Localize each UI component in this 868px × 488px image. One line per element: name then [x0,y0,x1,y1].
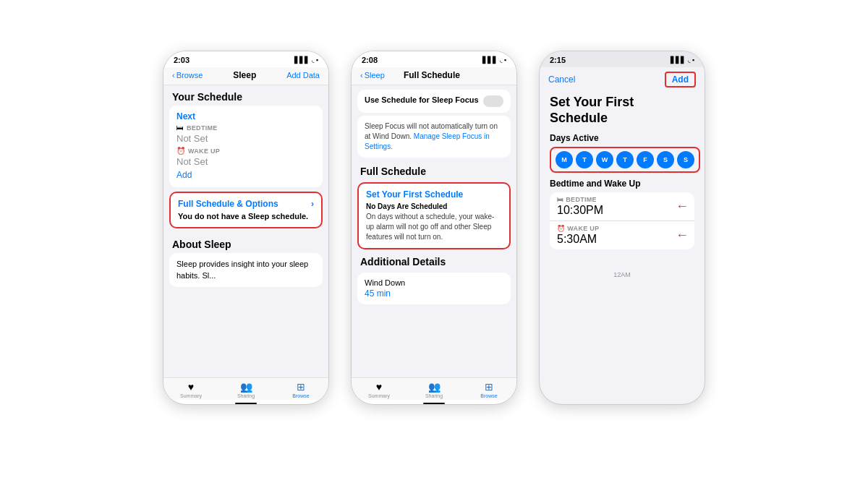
cancel-button[interactable]: Cancel [548,74,575,85]
focus-desc-card: Sleep Focus will not automatically turn … [357,116,511,158]
nav-back-2[interactable]: ‹ Sleep [360,71,385,80]
tab-summary-2[interactable]: ♥ Summary [352,381,407,398]
battery-icon-2: ▪ [504,56,506,64]
sleep-focus-toggle-row: Use Schedule for Sleep Focus [357,90,511,113]
nav-bar-1: ‹ Browse Sleep Add Data [163,67,328,85]
bed-icon-3: 🛏 [557,196,563,203]
tab-bar-2: ♥ Summary 👥 Sharing ⊞ Browse [352,377,516,400]
sleep-focus-toggle[interactable] [483,95,503,107]
wakeup-row: ⏰ WAKE UP [176,147,315,155]
schedule-desc: You do not have a Sleep schedule. [178,211,314,221]
day-wednesday[interactable]: W [596,151,613,168]
clock-label: 12AM [613,271,631,278]
tab-sharing-label-2: Sharing [425,393,443,398]
tab-sharing-1[interactable]: 👥 Sharing [218,381,273,398]
nav-title-1: Sleep [233,70,256,80]
battery-icon: ▪ [316,56,318,64]
bedtime-time-row[interactable]: 🛏 BEDTIME 10:30PM ← [550,192,694,221]
bedtime-time: 10:30PM [557,204,687,217]
tab-browse-1[interactable]: ⊞ Browse [273,381,328,398]
chevron-left-icon-2: ‹ [360,71,363,80]
set-schedule-title: Set Your First Schedule [540,90,705,130]
day-thursday[interactable]: T [616,151,634,168]
status-time-3: 2:15 [550,56,566,64]
browse-icon-2: ⊞ [485,381,493,393]
status-bar-2: 2:08 ▋▋▋ ◟ ▪ [352,51,516,67]
day-saturday[interactable]: S [657,151,674,168]
next-schedule-card: Next 🛏 BEDTIME Not Set ⏰ WAKE UP Not Set… [169,106,323,187]
add-link[interactable]: Add [176,167,315,181]
status-bar-1: 2:03 ▋▋▋ ◟ ▪ [163,51,328,67]
battery-icon-3: ▪ [692,56,694,64]
your-schedule-title: Your Schedule [163,85,328,106]
first-schedule-card[interactable]: Set Your First Schedule No Days Are Sche… [357,182,511,249]
add-data-button[interactable]: Add Data [286,71,320,80]
signal-icon-2: ▋▋▋ [482,56,498,64]
bed-icon: 🛏 [176,124,184,132]
phone2-content: Use Schedule for Sleep Focus Sleep Focus… [352,85,516,377]
wakeup-time-row[interactable]: ⏰ WAKE UP 5:30AM ← [550,221,694,249]
bedtime-row-label: 🛏 BEDTIME [557,196,687,203]
next-label: Next [176,111,315,121]
heart-icon: ♥ [188,381,194,393]
wifi-icon: ◟ [312,56,314,64]
bedtime-label: BEDTIME [187,124,218,132]
day-sunday[interactable]: S [677,151,694,168]
full-schedule-section-2: Full Schedule [352,160,516,179]
browse-icon: ⊞ [297,381,305,393]
tab-browse-label: Browse [292,393,309,398]
tab-indicator-2 [423,403,445,404]
chevron-right-icon: › [311,199,314,209]
sleep-focus-label: Use Schedule for Sleep Focus [365,95,483,104]
signal-icon-3: ▋▋▋ [671,56,686,64]
wakeup-arrow: ← [676,228,689,243]
about-sleep-card: Sleep provides insight into your sleep h… [169,253,323,287]
wifi-icon-2: ◟ [500,56,502,64]
status-icons-2: ▋▋▋ ◟ ▪ [482,56,506,64]
nav-back-1[interactable]: ‹ Browse [172,71,203,80]
tab-browse-label-2: Browse [480,393,497,398]
day-monday[interactable]: M [556,151,573,168]
phone-2: 2:08 ▋▋▋ ◟ ▪ ‹ Sleep Full Schedule Use S… [351,51,517,405]
bedtime-arrow: ← [676,199,689,214]
full-schedule-link[interactable]: Full Schedule & Options › [178,199,314,209]
bedtime-wake-card: 🛏 BEDTIME 10:30PM ← ⏰ WAKE UP 5:30AM ← [550,192,694,249]
wakeup-label: WAKE UP [188,147,220,155]
nav-title-2: Full Schedule [404,70,460,80]
status-icons-3: ▋▋▋ ◟ ▪ [671,56,694,64]
about-text: Sleep provides insight into your sleep h… [176,259,315,281]
nav-bar-2: ‹ Sleep Full Schedule [352,67,516,85]
day-friday[interactable]: F [637,151,654,168]
day-tuesday[interactable]: T [576,151,593,168]
days-active-section: Days Active M T W T F S S [540,130,705,176]
about-sleep-title: About Sleep [163,233,328,253]
tab-sharing-2[interactable]: 👥 Sharing [407,381,461,398]
wakeup-value: Not Set [176,156,315,167]
alarm-icon-3: ⏰ [557,225,565,232]
tab-indicator-1 [235,403,257,404]
sharing-icon-2: 👥 [428,381,441,393]
wind-down-value: 45 min [365,288,503,299]
first-schedule-link[interactable]: Set Your First Schedule [366,189,502,200]
tab-summary-1[interactable]: ♥ Summary [163,381,218,398]
full-schedule-card[interactable]: Full Schedule & Options › You do not hav… [169,192,323,228]
full-schedule-title-2: Full Schedule [360,166,426,177]
tab-browse-2[interactable]: ⊞ Browse [461,381,516,398]
no-days-label: No Days Are Scheduled [366,202,502,210]
status-bar-3: 2:15 ▋▋▋ ◟ ▪ [540,51,705,67]
additional-section: Additional Details [352,251,516,270]
wind-down-label: Wind Down [365,278,503,287]
status-time-1: 2:03 [174,56,190,64]
bedtime-wake-section: Bedtime and Wake Up 🛏 BEDTIME 10:30PM ← … [540,176,705,252]
phone1-content: Your Schedule Next 🛏 BEDTIME Not Set ⏰ W… [163,85,328,377]
phone-1: 2:03 ▋▋▋ ◟ ▪ ‹ Browse Sleep Add Data You… [163,51,329,405]
tab-sharing-label: Sharing [237,393,255,398]
cancel-add-bar: Cancel Add [540,67,705,90]
phone-3: 2:15 ▋▋▋ ◟ ▪ Cancel Add Set Your First S… [539,51,705,405]
alarm-icon: ⏰ [176,147,185,155]
sharing-icon: 👥 [240,381,252,393]
no-days-desc: On days without a schedule, your wake-up… [366,212,502,242]
add-button[interactable]: Add [665,72,696,87]
tab-summary-label: Summary [180,393,202,398]
days-active-title: Days Active [550,133,694,143]
